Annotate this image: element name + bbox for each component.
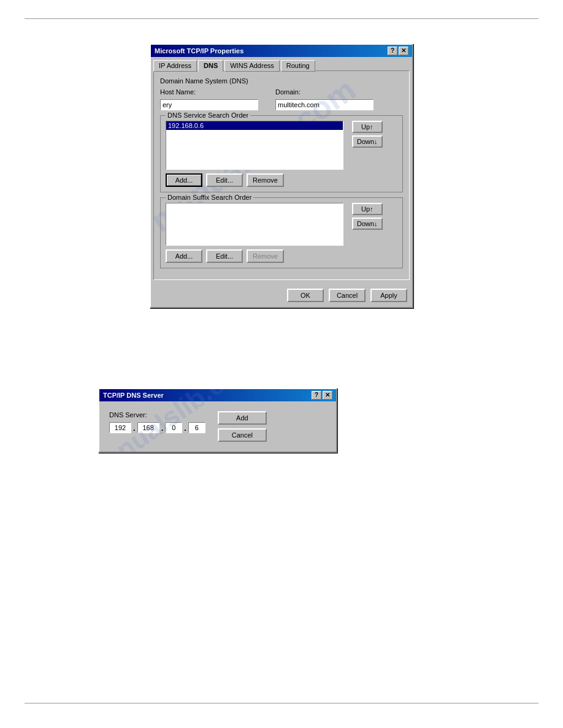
apply-button-1[interactable]: Apply	[370, 289, 407, 302]
dialog1-title: Microsoft TCP/IP Properties	[155, 47, 388, 55]
help-button-1[interactable]: ?	[388, 47, 397, 55]
domain-input[interactable]	[275, 99, 373, 110]
suffix-remove-button[interactable]: Remove	[247, 249, 284, 263]
close-button-2[interactable]: ✕	[323, 391, 332, 400]
dialog2-buttons: Add Cancel	[218, 411, 267, 442]
suffix-side-buttons: Up↑ Down↓	[352, 203, 383, 230]
domain-label: Domain:	[275, 88, 373, 96]
dns-service-group: DNS Service Search Order 192.168.0.6 Up↑…	[160, 115, 403, 192]
tab-content: Domain Name System (DNS) Host Name: Doma…	[153, 70, 410, 280]
bottom-rule	[25, 703, 538, 703]
dns-edit-button[interactable]: Edit...	[206, 173, 243, 187]
suffix-edit-button[interactable]: Edit...	[206, 249, 243, 263]
dns-down-button[interactable]: Down↓	[352, 135, 383, 148]
titlebar-buttons: ? ✕	[388, 47, 408, 55]
domain-col: Domain:	[275, 88, 373, 110]
dns-section-label: Domain Name System (DNS)	[160, 77, 403, 85]
tcpip-properties-dialog: manualslib.com Microsoft TCP/IP Properti…	[150, 44, 413, 308]
help-button-2[interactable]: ?	[312, 391, 321, 400]
ip-sep-3: .	[183, 423, 187, 433]
tab-bar: IP Address DNS WINS Address Routing	[151, 57, 412, 71]
dns-server-cancel-button[interactable]: Cancel	[218, 428, 267, 442]
dialog1-footer: OK Cancel Apply	[151, 286, 412, 307]
ip-sep-2: .	[161, 423, 164, 433]
tab-dns[interactable]: DNS	[198, 60, 223, 72]
dns-list-item-1[interactable]: 192.168.0.6	[166, 121, 343, 130]
host-name-input[interactable]	[160, 99, 258, 110]
tab-routing[interactable]: Routing	[281, 60, 315, 72]
dns-list-row: 192.168.0.6 Up↑ Down↓	[166, 121, 397, 170]
dns-up-button[interactable]: Up↑	[352, 121, 383, 133]
suffix-up-button[interactable]: Up↑	[352, 203, 383, 215]
dns-server-dialog: manualslib.com TCP/IP DNS Server ? ✕ DNS…	[98, 388, 337, 453]
suffix-add-button[interactable]: Add...	[166, 249, 202, 263]
dns-server-label: DNS Server:	[109, 411, 205, 419]
dns-service-group-label: DNS Service Search Order	[166, 112, 250, 119]
suffix-action-buttons: Add... Edit... Remove	[166, 249, 397, 263]
dns-server-row: DNS Server: . . . Add Cancel	[109, 411, 326, 442]
dns-service-listbox[interactable]: 192.168.0.6	[166, 121, 343, 170]
tab-wins-address[interactable]: WINS Address	[224, 60, 280, 72]
dialog2-title: TCP/IP DNS Server	[103, 392, 312, 399]
domain-suffix-group: Domain Suffix Search Order Up↑ Down↓ Add…	[160, 197, 403, 268]
dialog2-body: DNS Server: . . . Add Cancel	[99, 401, 336, 452]
domain-suffix-group-label: Domain Suffix Search Order	[166, 194, 253, 201]
domain-suffix-listbox[interactable]	[166, 203, 343, 246]
suffix-down-button[interactable]: Down↓	[352, 218, 383, 230]
ip-field-1[interactable]	[109, 422, 131, 433]
ip-field-4[interactable]	[188, 422, 205, 433]
dialog2-titlebar: TCP/IP DNS Server ? ✕	[99, 389, 336, 401]
ok-button-1[interactable]: OK	[287, 289, 324, 302]
close-button-1[interactable]: ✕	[399, 47, 408, 55]
host-domain-row: Host Name: Domain:	[160, 88, 403, 110]
ip-field-2[interactable]	[137, 422, 159, 433]
dns-action-buttons: Add... Edit... Remove	[166, 173, 397, 187]
dns-server-left: DNS Server: . . .	[109, 411, 205, 433]
dns-ip-fields: . . .	[109, 422, 205, 433]
cancel-button-1[interactable]: Cancel	[329, 289, 366, 302]
ip-sep-1: .	[132, 423, 136, 433]
suffix-list-row: Up↑ Down↓	[166, 203, 397, 246]
dns-remove-button[interactable]: Remove	[247, 173, 284, 187]
dns-add-button[interactable]: Add...	[166, 173, 202, 187]
dns-side-buttons: Up↑ Down↓	[352, 121, 383, 148]
dns-server-add-button[interactable]: Add	[218, 411, 267, 425]
dialog1-titlebar: Microsoft TCP/IP Properties ? ✕	[151, 45, 412, 57]
host-name-label: Host Name:	[160, 88, 258, 96]
titlebar-buttons-2: ? ✕	[312, 391, 332, 400]
ip-field-3[interactable]	[165, 422, 182, 433]
host-name-col: Host Name:	[160, 88, 258, 110]
tab-ip-address[interactable]: IP Address	[153, 60, 197, 72]
